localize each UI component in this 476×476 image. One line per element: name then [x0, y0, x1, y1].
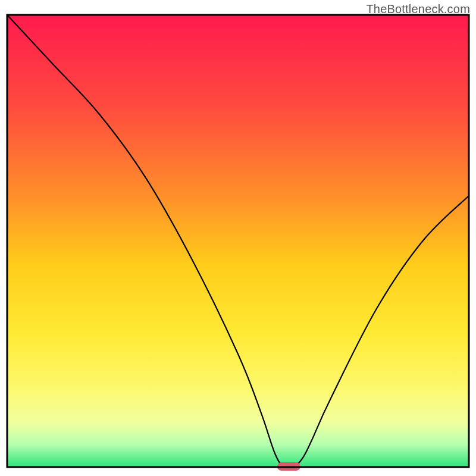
chart-background	[7, 15, 469, 467]
chart-container: TheBottleneck.com	[0, 0, 476, 476]
watermark-label: TheBottleneck.com	[366, 2, 470, 16]
bottleneck-chart	[0, 0, 476, 476]
